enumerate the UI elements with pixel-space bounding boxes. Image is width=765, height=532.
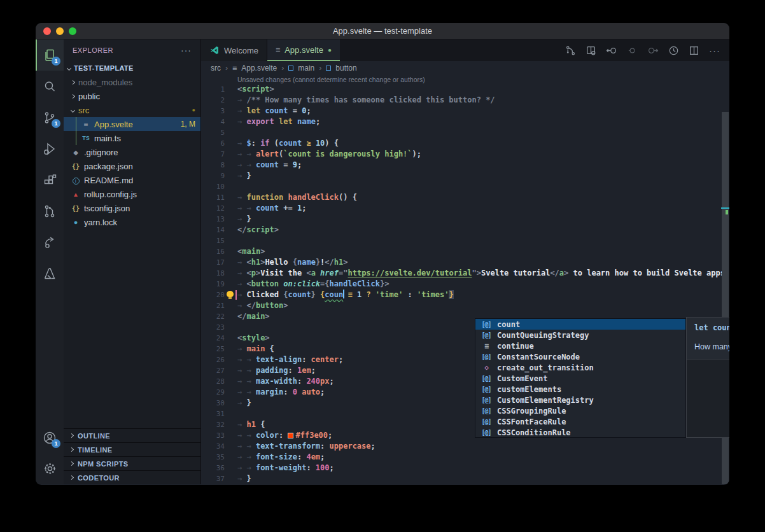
line-number: 1 [201, 84, 225, 95]
account-button[interactable]: 1 [36, 422, 64, 453]
lightbulb-icon[interactable] [227, 291, 234, 297]
suggest-item-count[interactable]: [@]count [475, 319, 685, 330]
explorer-more-actions[interactable]: ··· [181, 45, 192, 55]
glyph-margin [225, 419, 237, 430]
tree-item-src[interactable]: src● [64, 103, 200, 117]
file-name: App.svelte [94, 120, 133, 129]
code-text: → → text-transform: uppercase; [237, 441, 375, 452]
code-line-34[interactable]: 34→ → text-transform: uppercase; [201, 441, 729, 452]
suggest-item-countqueuingstrategy[interactable]: [@]CountQueuingStrategy [475, 330, 685, 340]
codelens-label[interactable]: Unsaved changes (cannot determine recent… [201, 75, 729, 84]
code-text: → function handleClick() { [237, 192, 357, 203]
open-changes-icon[interactable] [586, 45, 596, 56]
suggest-item-constantsourcenode[interactable]: [@]ConstantSourceNode [475, 351, 685, 362]
suggestion-label: CustomElementRegistry [497, 396, 594, 405]
breadcrumb-item[interactable]: button [335, 64, 356, 73]
code-line-35[interactable]: 35→ → font-size: 4em; [201, 452, 729, 463]
code-text: → main { [237, 344, 274, 354]
tree-item-rollup-config-js[interactable]: ▲rollup.config.js [64, 187, 200, 201]
back-icon[interactable] [606, 45, 618, 56]
code-line-1[interactable]: 1<script> [201, 84, 729, 95]
glyph-margin [225, 473, 237, 484]
breadcrumb-item[interactable]: src [211, 64, 221, 73]
explorer-activity-button[interactable]: 1 [36, 39, 64, 71]
code-line-4[interactable]: 4→ export let name; [201, 116, 729, 127]
breadcrumb-separator-icon: › [281, 64, 284, 73]
suggest-details-panel: let count: number How many times has som… [686, 317, 729, 438]
code-line-6[interactable]: 6→ $: if (count ≥ 10) { [201, 138, 729, 149]
split-editor-icon[interactable] [689, 45, 699, 56]
breadcrumb-item[interactable]: App.svelte [241, 64, 277, 73]
tree-item-app-svelte[interactable]: ≡App.svelte1, M [64, 117, 200, 131]
section-timeline[interactable]: TIMELINE [64, 442, 200, 456]
code-line-20[interactable]: 20→ Clicked {count} {coun ≡ 1 ? 'time' :… [201, 290, 729, 300]
code-line-8[interactable]: 8→ → count = 9; [201, 160, 729, 171]
code-line-16[interactable]: 16<main> [201, 246, 729, 257]
tree-item-package-json[interactable]: {}package.json [64, 159, 200, 173]
line-number: 3 [201, 106, 225, 116]
code-line-2[interactable]: 2→ /** How many times has someone clicke… [201, 95, 729, 106]
tree-item-tsconfig-json[interactable]: {}tsconfig.json [64, 201, 200, 215]
line-number: 19 [201, 279, 225, 290]
code-text: → → count = 9; [237, 160, 302, 171]
section-outline[interactable]: OUTLINE [64, 428, 200, 442]
suggest-item-cssfontfacerule[interactable]: [@]CSSFontFaceRule [475, 416, 685, 427]
glyph-margin [225, 300, 237, 311]
azure-activity-button[interactable] [36, 258, 64, 289]
tree-item-main-ts[interactable]: TSmain.ts [64, 131, 200, 145]
suggest-item-create_out_transition[interactable]: ◇create_out_transition [475, 362, 685, 373]
code-line-10[interactable]: 10 [201, 181, 729, 192]
suggest-item-cssconditionrule[interactable]: [@]CSSConditionRule [475, 427, 685, 438]
line-number: 31 [201, 409, 225, 419]
code-line-13[interactable]: 13→ } [201, 214, 729, 225]
code-line-18[interactable]: 18→ <p>Visit the <a href="https://svelte… [201, 268, 729, 279]
code-line-37[interactable]: 37→ } [201, 473, 729, 484]
suggest-item-cssgroupingrule[interactable]: [@]CSSGroupingRule [475, 405, 685, 416]
code-line-5[interactable]: 5 [201, 127, 729, 138]
tree-item-public[interactable]: public [64, 89, 200, 103]
suggest-item-customelementregistry[interactable]: [@]CustomElementRegistry [475, 395, 685, 405]
code-line-21[interactable]: 21→ </button> [201, 300, 729, 311]
settings-button[interactable] [36, 453, 64, 484]
suggest-item-customevent[interactable]: [@]CustomEvent [475, 373, 685, 384]
section-codetour[interactable]: CODETOUR [64, 470, 200, 484]
tree-item-node-modules[interactable]: node_modules [64, 75, 200, 89]
code-line-14[interactable]: 14</script> [201, 225, 729, 235]
code-line-7[interactable]: 7→ → alert(`count is dangerously high!`)… [201, 149, 729, 160]
line-number: 21 [201, 300, 225, 311]
code-line-17[interactable]: 17→ <h1>Hello {name}!</h1> [201, 257, 729, 268]
line-number: 33 [201, 430, 225, 441]
extensions-activity-button[interactable] [36, 164, 64, 195]
run-debug-activity-button[interactable] [36, 133, 64, 164]
code-line-12[interactable]: 12→ → count += 1; [201, 203, 729, 214]
tab-welcome[interactable]: Welcome [201, 39, 267, 61]
tree-item-readme-md[interactable]: iREADME.md [64, 173, 200, 187]
suggest-item-customelements[interactable]: [@]customElements [475, 384, 685, 395]
line-number: 32 [201, 419, 225, 430]
github-pr-activity-button[interactable] [36, 195, 64, 227]
code-line-36[interactable]: 36→ → font-weight: 100; [201, 463, 729, 473]
code-line-15[interactable]: 15 [201, 235, 729, 246]
tree-item--gitignore[interactable]: ◆.gitignore [64, 145, 200, 159]
line-number: 16 [201, 246, 225, 257]
breadcrumb-item[interactable]: main [298, 64, 314, 73]
source-control-activity-button[interactable]: 1 [36, 102, 64, 133]
more-actions-icon[interactable]: ··· [709, 45, 720, 56]
code-line-19[interactable]: 19→ <button on:click={handleClick}> [201, 279, 729, 290]
source-control-graph-icon[interactable] [565, 45, 576, 56]
project-root-row[interactable]: TEST-TEMPLATE [64, 61, 200, 75]
glyph-margin [225, 290, 237, 300]
suggest-item-continue[interactable]: ≡continue [475, 340, 685, 351]
previous-change-icon[interactable] [628, 46, 637, 55]
code-line-3[interactable]: 3→ let count = 0; [201, 106, 729, 116]
code-line-11[interactable]: 11→ function handleClick() { [201, 192, 729, 203]
tree-item-yarn-lock[interactable]: ●yarn.lock [64, 215, 200, 229]
code-line-9[interactable]: 9→ } [201, 171, 729, 181]
tab-app-svelte[interactable]: ≡App.svelte● [267, 39, 340, 61]
search-activity-button[interactable] [36, 71, 64, 102]
glyph-margin [225, 463, 237, 473]
live-share-activity-button[interactable] [36, 227, 64, 258]
timeline-clock-icon[interactable] [668, 45, 679, 56]
forward-icon[interactable] [647, 45, 659, 56]
section-npm-scripts[interactable]: NPM SCRIPTS [64, 456, 200, 470]
